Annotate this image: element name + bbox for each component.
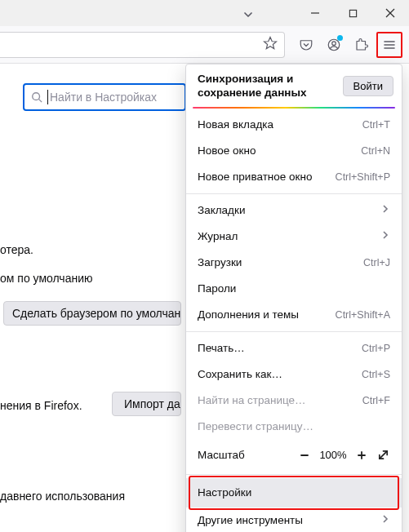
menu-item-label: Найти на странице… [198, 393, 306, 408]
menu-separator [186, 474, 402, 475]
tabs-overflow-chevron[interactable] [235, 3, 261, 26]
svg-point-6 [332, 41, 336, 45]
zoom-value: 100% [315, 449, 351, 461]
menu-item-more-tools[interactable]: Другие инструменты [186, 508, 402, 532]
firefox-gradient-separator [193, 107, 395, 109]
menu-item-bookmarks[interactable]: Закладки [186, 197, 402, 224]
menu-item-label: Новое приватное окно [198, 170, 312, 184]
chevron-right-icon [380, 203, 390, 218]
menu-item-find-in-page: Найти на странице… Ctrl+F [186, 388, 402, 414]
app-menu-panel: Синхронизация и сохранение данных Войти … [185, 64, 402, 532]
chevron-right-icon [380, 513, 390, 528]
svg-rect-1 [349, 10, 356, 16]
menu-item-label: Другие инструменты [198, 513, 303, 528]
shortcut-label: Ctrl+T [362, 117, 390, 132]
sync-description: Синхронизация и сохранение данных [198, 73, 336, 100]
settings-search-input[interactable]: Найти в Настройках [23, 83, 186, 111]
bookmark-star-icon[interactable] [263, 36, 278, 53]
page-text-fragment: отера. [0, 243, 33, 256]
menu-item-history[interactable]: Журнал [186, 224, 402, 250]
menu-item-label: Загрузки [198, 255, 242, 270]
menu-item-addons-themes[interactable]: Дополнения и темы Ctrl+Shift+A [186, 302, 402, 328]
menu-item-label: Новая вкладка [198, 117, 273, 132]
shortcut-label: Ctrl+Shift+A [336, 308, 390, 322]
menu-item-settings[interactable]: Настройки [186, 478, 402, 508]
import-data-button[interactable]: Импорт данных [112, 392, 181, 416]
window-close-button[interactable] [371, 0, 409, 26]
menu-item-new-private-window[interactable]: Новое приватное окно Ctrl+Shift+P [186, 164, 402, 190]
shortcut-label: Ctrl+N [361, 144, 390, 158]
urlbar[interactable] [0, 32, 285, 58]
notification-dot-icon [337, 35, 343, 41]
svg-marker-4 [265, 38, 277, 49]
menu-item-label: Пароли [198, 282, 236, 296]
menu-item-new-tab[interactable]: Новая вкладка Ctrl+T [186, 112, 402, 138]
search-placeholder: Найти в Настройках [50, 91, 157, 104]
svg-point-10 [33, 93, 40, 100]
window-titlebar [0, 0, 409, 26]
menu-item-label: Новое окно [198, 144, 256, 158]
app-menu-button[interactable] [376, 32, 402, 58]
menu-item-label: Журнал [198, 229, 238, 244]
zoom-in-button[interactable] [351, 445, 372, 466]
menu-item-translate-page: Перевести страницу… [186, 414, 402, 440]
make-default-browser-button[interactable]: Сделать браузером по умолчанию [3, 301, 181, 326]
page-text-fragment: нения в Firefox. [0, 399, 82, 412]
fullscreen-button[interactable] [372, 445, 393, 466]
menu-item-label: Перевести страницу… [198, 419, 313, 434]
menu-item-label: Печать… [198, 341, 245, 356]
window-minimize-button[interactable] [296, 0, 334, 26]
page-text-fragment: ом по умолчанию [0, 272, 93, 285]
menu-item-print[interactable]: Печать… Ctrl+P [186, 335, 402, 361]
extensions-button[interactable] [349, 32, 375, 58]
shortcut-label: Ctrl+Shift+P [336, 170, 390, 184]
shortcut-label: Ctrl+F [362, 393, 390, 408]
account-button[interactable] [321, 32, 347, 58]
menu-separator [186, 331, 402, 332]
menu-item-label: Дополнения и темы [198, 308, 299, 322]
zoom-controls: Масштаб 100% [186, 440, 402, 471]
menu-item-label: Закладки [198, 203, 245, 218]
page-text-fragment: давнего использования [0, 490, 125, 503]
shortcut-label: Ctrl+J [363, 255, 390, 270]
zoom-out-button[interactable] [294, 445, 315, 466]
menu-item-new-window[interactable]: Новое окно Ctrl+N [186, 138, 402, 164]
chevron-right-icon [380, 229, 390, 244]
text-caret [47, 90, 48, 104]
svg-line-11 [39, 100, 42, 103]
menu-item-downloads[interactable]: Загрузки Ctrl+J [186, 250, 402, 276]
menu-item-label: Сохранить как… [198, 367, 282, 382]
browser-toolbar [0, 26, 409, 64]
menu-separator [186, 193, 402, 194]
menu-item-save-as[interactable]: Сохранить как… Ctrl+S [186, 361, 402, 388]
menu-item-passwords[interactable]: Пароли [186, 276, 402, 302]
window-maximize-button[interactable] [334, 0, 371, 26]
sign-in-button[interactable]: Войти [343, 76, 393, 96]
pocket-button[interactable] [293, 32, 319, 58]
svg-line-15 [379, 451, 386, 459]
shortcut-label: Ctrl+P [362, 341, 390, 356]
zoom-label: Масштаб [198, 449, 294, 461]
menu-item-label: Настройки [198, 485, 251, 500]
shortcut-label: Ctrl+S [362, 367, 390, 382]
